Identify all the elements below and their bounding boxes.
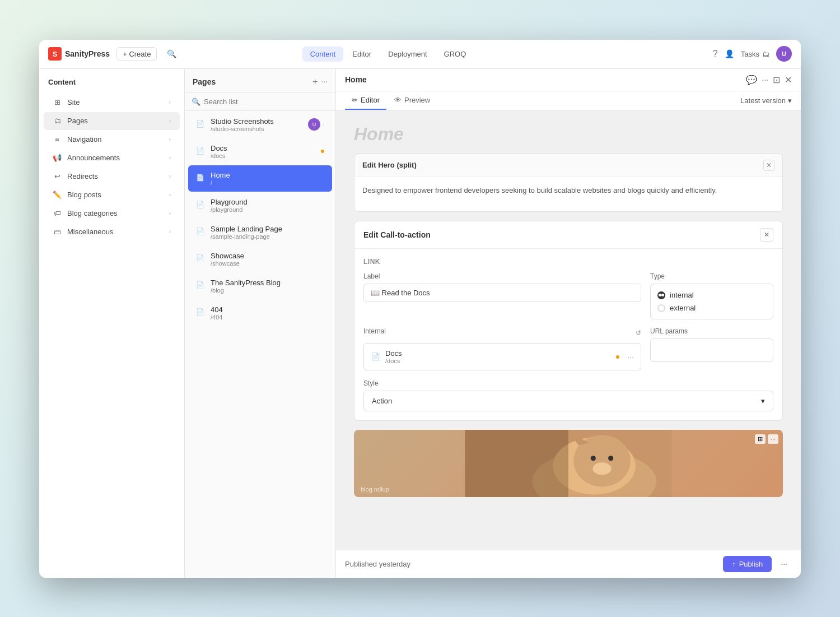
page-doc-icon-showcase: 📄 — [196, 254, 205, 263]
cta-body: Link Label Type — [354, 249, 782, 420]
page-item-404[interactable]: 📄 404 /404 — [188, 300, 332, 326]
internal-doc-more-icon[interactable]: ··· — [627, 352, 634, 361]
chevron-right-pages-icon: › — [169, 118, 171, 124]
close-doc-icon[interactable]: ✕ — [785, 75, 792, 85]
tasks-button[interactable]: Tasks 🗂 — [741, 50, 769, 58]
radio-external-label: external — [670, 304, 696, 312]
page-title-preview: Home — [345, 119, 792, 154]
pages-panel-title: Pages — [193, 77, 216, 86]
content-area: Home 💬 ··· ⊡ ✕ ✏ Editor 👁 Preview — [336, 69, 801, 578]
page-avatar-studio: U — [308, 118, 320, 131]
edit-hero-body: Designed to empower frontend developers … — [354, 177, 782, 212]
url-params-input[interactable] — [650, 338, 773, 362]
navigation-icon: ≡ — [53, 135, 62, 144]
split-view-icon[interactable]: ⊡ — [773, 75, 780, 85]
edit-hero-header: Edit Hero (split) ✕ — [354, 154, 782, 177]
doc-header-actions: 💬 ··· ⊡ ✕ — [746, 75, 792, 85]
bottom-bar: Published yesterday ↑ Publish ··· — [336, 550, 801, 578]
sidebar-item-navigation[interactable]: ≡ Navigation › — [44, 131, 180, 149]
page-item-landing[interactable]: 📄 Sample Landing Page /sample-landing-pa… — [188, 219, 332, 245]
style-select-dropdown[interactable]: Action ▾ — [363, 391, 773, 411]
page-item-showcase[interactable]: 📄 Showcase /showcase — [188, 246, 332, 272]
search-icon: 🔍 — [192, 98, 200, 106]
tab-editor[interactable]: Editor — [344, 47, 379, 62]
page-name-showcase: Showcase — [211, 252, 324, 260]
tab-doc-editor[interactable]: ✏ Editor — [345, 91, 386, 110]
user-avatar[interactable]: U — [776, 46, 792, 62]
cta-close-button[interactable]: ✕ — [760, 228, 773, 242]
cta-style-row: Style Action ▾ — [363, 379, 773, 411]
radio-internal[interactable]: internal — [657, 289, 766, 301]
pages-header-actions: + ··· — [312, 77, 328, 87]
svg-point-6 — [591, 456, 596, 461]
sidebar-item-site[interactable]: ⊞ Site › — [44, 94, 180, 112]
image-move-icon[interactable]: ⊞ — [755, 434, 766, 444]
doc-ref-icon: 📄 — [371, 352, 380, 361]
image-toolbar: ⊞ ··· — [755, 434, 778, 444]
sidebar-label-navigation: Navigation — [67, 135, 101, 143]
comment-icon[interactable]: 💬 — [746, 75, 757, 85]
sidebar-item-blog-categories[interactable]: 🏷 Blog categories › — [44, 205, 180, 222]
cta-url-params-column: URL params — [650, 327, 773, 370]
sidebar-label-announcements: Announcements — [67, 154, 120, 162]
page-item-playground[interactable]: 📄 Playground /playground — [188, 192, 332, 219]
announce-icon: 📢 — [53, 154, 62, 163]
sidebar-item-announcements[interactable]: 📢 Announcements › — [44, 149, 180, 167]
radio-dot-internal — [657, 291, 665, 299]
tab-groq[interactable]: GROQ — [436, 47, 474, 62]
sidebar-label-blog-posts: Blog posts — [67, 191, 101, 199]
cta-internal-row: Internal ↺ 📄 Docs /docs — [363, 327, 773, 370]
publish-arrow-icon: ↑ — [732, 560, 736, 568]
sidebar-item-pages[interactable]: 🗂 Pages › — [44, 112, 180, 130]
help-icon[interactable]: ? — [713, 49, 718, 59]
page-name-landing: Sample Landing Page — [211, 225, 324, 233]
sidebar-item-redirects[interactable]: ↩ Redirects › — [44, 168, 180, 185]
main-layout: Content ⊞ Site › 🗂 Pages › ≡ Navigation — [39, 69, 801, 578]
page-more-studio[interactable]: · — [323, 121, 324, 128]
radio-internal-label: internal — [670, 291, 694, 299]
edit-hero-close-button[interactable]: ✕ — [763, 160, 774, 171]
page-item-studio[interactable]: 📄 Studio Screenshots /studio-screenshots… — [188, 112, 332, 138]
doc-header: Home 💬 ··· ⊡ ✕ — [336, 69, 801, 91]
collab-icon[interactable]: 👤 — [725, 49, 734, 58]
sidebar: Content ⊞ Site › 🗂 Pages › ≡ Navigation — [39, 69, 185, 578]
page-item-docs[interactable]: 📄 Docs /docs — [188, 138, 332, 165]
chevron-right-icon: › — [169, 99, 171, 105]
doc-more-icon[interactable]: ··· — [762, 75, 768, 84]
pages-more-button[interactable]: ··· — [321, 77, 328, 87]
page-item-home[interactable]: 📄 Home / — [188, 165, 332, 192]
edit-hero-title: Edit Hero (split) — [362, 161, 417, 169]
page-path-landing: /sample-landing-page — [211, 233, 324, 240]
internal-section-label: Internal — [363, 327, 386, 335]
chevron-right-blog-icon: › — [169, 192, 171, 198]
app-logo: S SanityPress — [48, 47, 110, 61]
publish-button[interactable]: ↑ Publish — [723, 556, 772, 572]
tab-doc-preview[interactable]: 👁 Preview — [388, 91, 437, 110]
sidebar-item-blog-posts[interactable]: ✏️ Blog posts › — [44, 186, 180, 204]
edit-hero-description: Designed to empower frontend developers … — [362, 185, 774, 196]
bottom-more-button[interactable]: ··· — [776, 557, 792, 570]
chevron-right-nav-icon: › — [169, 136, 171, 142]
image-more-icon[interactable]: ··· — [768, 434, 778, 444]
preview-eye-icon: 👁 — [394, 96, 402, 104]
tab-deployment[interactable]: Deployment — [380, 47, 435, 62]
search-button[interactable]: 🔍 — [164, 46, 179, 62]
internal-doc-ref: 📄 Docs /docs ··· — [363, 343, 641, 370]
add-page-button[interactable]: + — [312, 77, 318, 87]
page-item-blog[interactable]: 📄 The SanityPress Blog /blog — [188, 273, 332, 299]
refresh-icon[interactable]: ↺ — [636, 329, 641, 337]
pages-icon: 🗂 — [53, 117, 62, 126]
sidebar-item-miscellaneous[interactable]: 🗃 Miscellaneous › — [44, 223, 180, 241]
radio-external[interactable]: external — [657, 301, 766, 314]
create-button[interactable]: + Create — [116, 47, 157, 61]
cta-header: Edit Call-to-action ✕ — [354, 221, 782, 249]
page-path-home: / — [211, 179, 324, 186]
tab-content[interactable]: Content — [302, 47, 344, 62]
cta-link-row: Label Type — [363, 272, 773, 319]
cta-label-column: Label — [363, 272, 641, 319]
cta-label-input[interactable] — [363, 284, 641, 302]
doc-version-selector[interactable]: Latest version ▾ — [740, 96, 792, 105]
doc-ref-name: Docs — [385, 349, 608, 358]
sidebar-label-redirects: Redirects — [67, 172, 98, 180]
search-input[interactable] — [204, 98, 329, 106]
